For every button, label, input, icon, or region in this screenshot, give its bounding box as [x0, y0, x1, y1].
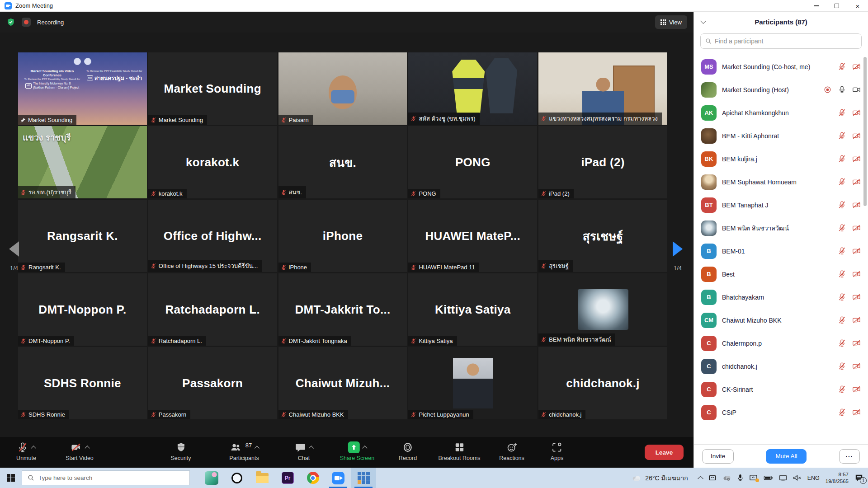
- chat-button[interactable]: Chat: [295, 441, 313, 461]
- video-tile[interactable]: SDHS Ronnie SDHS Ronnie: [18, 347, 147, 419]
- participant-name: BEM Tanaphat J: [722, 202, 832, 209]
- share-screen-button[interactable]: Share Screen: [340, 441, 374, 461]
- leave-button[interactable]: Leave: [645, 445, 684, 460]
- participant-search[interactable]: [700, 33, 862, 49]
- video-tile[interactable]: Pichet Luppayanun: [408, 347, 537, 419]
- video-tile[interactable]: Chaiwut Mizuh... Chaiwut Mizuho BKK: [278, 347, 407, 419]
- video-tile[interactable]: Market Sounding Market Sounding: [148, 52, 277, 125]
- participant-row[interactable]: C CK-Sirinart: [694, 378, 868, 401]
- record-button[interactable]: Record: [399, 441, 417, 461]
- video-tile[interactable]: Paisarn: [278, 52, 407, 125]
- apps-button[interactable]: Apps: [551, 441, 564, 461]
- participant-row[interactable]: MS Market Sounding (Co-host, me): [694, 55, 868, 78]
- unmute-button[interactable]: Unmute: [16, 441, 36, 461]
- notification-center-button[interactable]: 1: [854, 474, 863, 482]
- taskbar-weather-widget[interactable]: [199, 468, 224, 488]
- participant-row[interactable]: BEM - Kitti Aphonrat: [694, 124, 868, 147]
- taskbar-clock[interactable]: 8:57 19/8/2565: [826, 471, 849, 485]
- video-tile[interactable]: iPad (2) iPad (2): [538, 126, 667, 198]
- video-tile[interactable]: BEM พนิต สินชวาลวัฒน์: [538, 273, 667, 346]
- mic-muted-icon: [20, 189, 26, 195]
- participant-row[interactable]: BEM พนิต สินชวาลวัฒน์: [694, 216, 868, 239]
- video-tile[interactable]: Passakorn Passakorn: [148, 347, 277, 419]
- taskbar-search[interactable]: Type here to search: [22, 470, 190, 485]
- participant-row[interactable]: C Chalermpon.p: [694, 332, 868, 355]
- taskbar-cortana[interactable]: [224, 468, 250, 488]
- display-sync-icon[interactable]: [749, 474, 758, 482]
- participant-row[interactable]: Market Sounding (Host): [694, 78, 868, 101]
- speaker-muted-icon[interactable]: [793, 474, 802, 481]
- video-tile[interactable]: แขวง ราชบุรี รอ.ขท.(ป)ราชบุรี: [18, 126, 147, 198]
- participant-row[interactable]: BT BEM Tanaphat J: [694, 193, 868, 216]
- previous-page-arrow[interactable]: [9, 241, 19, 257]
- breakout-rooms-button[interactable]: Breakout Rooms: [438, 441, 480, 461]
- maximize-button[interactable]: [826, 0, 847, 12]
- taskbar-zoom[interactable]: [326, 468, 351, 488]
- participants-options-chevron[interactable]: [255, 446, 259, 450]
- participant-row[interactable]: BEM Suphawat Homueam: [694, 170, 868, 193]
- participant-row[interactable]: C CSiP: [694, 401, 868, 424]
- security-button[interactable]: Security: [170, 441, 191, 461]
- video-tile[interactable]: Kittiya Satiya Kittiya Satiya: [408, 273, 537, 346]
- taskbar-chrome[interactable]: [300, 468, 326, 488]
- participant-search-input[interactable]: [715, 38, 857, 45]
- microphone-tray-icon[interactable]: [737, 474, 743, 482]
- taskbar-weather-chip[interactable]: 26°C มีเมฆมาก: [632, 473, 688, 483]
- reactions-button[interactable]: Reactions: [499, 441, 524, 461]
- taskbar-premiere[interactable]: Pr: [275, 468, 300, 488]
- video-tile[interactable]: แขวงทางหลวงสมุทรสงคราม กรมทางหลวง: [538, 52, 667, 125]
- next-page-arrow[interactable]: [673, 241, 683, 257]
- close-button[interactable]: ×: [847, 0, 868, 12]
- video-tile[interactable]: HUAWEI MateP... HUAWEI MatePad 11: [408, 200, 537, 272]
- taskbar-file-explorer[interactable]: [250, 468, 275, 488]
- network-display-icon[interactable]: [779, 474, 787, 482]
- video-tile[interactable]: สุรเชษฐ์ สุรเชษฐ์: [538, 200, 667, 272]
- collapse-panel-chevron-icon[interactable]: [700, 18, 706, 24]
- video-tile[interactable]: DMT-Jakkrit To... DMT-Jakkrit Tongnaka: [278, 273, 407, 346]
- mute-all-button[interactable]: Mute All: [766, 449, 807, 464]
- participants-button[interactable]: 87 Participants: [229, 441, 259, 461]
- unmute-options-chevron[interactable]: [31, 446, 36, 450]
- participant-row[interactable]: B Best: [694, 263, 868, 286]
- participant-name: BEM - Kitti Aphonrat: [722, 132, 832, 140]
- battery-icon[interactable]: [764, 475, 773, 481]
- camera-off-icon: [852, 62, 861, 71]
- invite-button[interactable]: Invite: [702, 449, 734, 464]
- participant-row[interactable]: C chidchanok.j: [694, 355, 868, 378]
- hidden-icons-chevron[interactable]: [698, 476, 703, 482]
- scrollbar-thumb[interactable]: [863, 57, 867, 206]
- video-tile[interactable]: PONG PONG: [408, 126, 537, 198]
- video-tile[interactable]: Rangsarit K. Rangsarit K.: [18, 200, 147, 272]
- taskbar-app-grid[interactable]: [351, 468, 376, 488]
- cloud-icon: [632, 474, 642, 481]
- participant-row[interactable]: AK Apichat Khamkongkhun: [694, 101, 868, 124]
- video-tile[interactable]: iPhone iPhone: [278, 200, 407, 272]
- video-tile[interactable]: DMT-Noppon P. DMT-Noppon P.: [18, 273, 147, 346]
- video-tile[interactable]: korakot.k korakot.k: [148, 126, 277, 198]
- start-video-button[interactable]: Start Video: [66, 441, 94, 461]
- video-tile[interactable]: Market Sounding via Video Conference To …: [18, 52, 147, 125]
- video-tile[interactable]: สหัส ด้วงชู (ขท.ชุมพร): [408, 52, 537, 125]
- tile-name-label: สนข.: [289, 188, 302, 197]
- participant-row[interactable]: B Bhatchayakarn: [694, 286, 868, 309]
- cast-icon[interactable]: [708, 474, 717, 482]
- video-tile[interactable]: Office of Highw... Office of Highways 15…: [148, 200, 277, 272]
- language-indicator[interactable]: ENG: [807, 475, 820, 481]
- participant-row[interactable]: CM Chaiwut Mizuho BKK: [694, 309, 868, 332]
- chat-options-chevron[interactable]: [309, 446, 314, 450]
- minimize-button[interactable]: [806, 0, 826, 12]
- share-options-chevron[interactable]: [362, 446, 367, 450]
- video-options-chevron[interactable]: [85, 446, 90, 450]
- start-button[interactable]: [0, 468, 22, 488]
- video-tile[interactable]: chidchanok.j chidchanok.j: [538, 347, 667, 419]
- participant-row[interactable]: B BEM-01: [694, 239, 868, 263]
- view-button[interactable]: View: [655, 15, 687, 29]
- onedrive-paused-icon[interactable]: [722, 474, 731, 481]
- video-tile[interactable]: Ratchadaporn L. Ratchadaporn L.: [148, 273, 277, 346]
- security-shield-icon[interactable]: [6, 18, 15, 27]
- more-options-button[interactable]: ···: [839, 449, 860, 464]
- participant-row[interactable]: BK BEM kuljira.j: [694, 147, 868, 170]
- windows-taskbar: Type here to search Pr 26°C มีเมฆมาก: [0, 468, 868, 488]
- video-tile[interactable]: สนข. สนข.: [278, 126, 407, 198]
- participant-name: BEM Suphawat Homueam: [722, 178, 832, 186]
